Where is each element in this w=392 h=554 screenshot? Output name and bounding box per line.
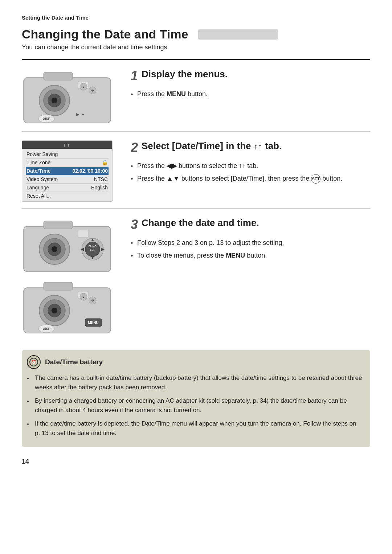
camera-illustration-2: FUNC SET ◀ ▶ ▲ ▼ <box>22 217 113 274</box>
title-decoration <box>198 29 278 40</box>
note-bullet-1: The camera has a built-in date/time batt… <box>27 373 362 392</box>
svg-text:DISP: DISP <box>42 327 50 331</box>
note-bullet-3: If the date/time battery is depleted, th… <box>27 419 362 438</box>
step-3-instruction-1: Follow Steps 2 and 3 on p. 13 to adjust … <box>131 238 370 248</box>
svg-text:MENU: MENU <box>88 321 98 325</box>
step-3-title: Change the date and time. <box>131 217 370 229</box>
clock-battery-icon: ⏰ <box>29 357 38 367</box>
svg-text:DISP: DISP <box>42 117 50 120</box>
svg-text:SET: SET <box>90 249 95 251</box>
title-text: Changing the Date and Time <box>22 27 188 41</box>
menu-screen-header: ↑↑ <box>22 141 112 149</box>
step-2-instruction-2: Press the ▲▼ buttons to select [Date/Tim… <box>131 174 370 184</box>
step-2-row: ↑↑ Power Saving Time Zone 🔒 Date/Time 02… <box>22 132 370 209</box>
step-2-content: 2 Select [Date/Time] in the ↑↑ tab. Pres… <box>127 140 370 186</box>
note-bullet-2: By inserting a charged battery or connec… <box>27 396 362 415</box>
svg-text:⚙: ⚙ <box>91 89 94 93</box>
step-3-instructions: Follow Steps 2 and 3 on p. 13 to adjust … <box>131 238 370 260</box>
svg-text:▶: ▶ <box>76 112 79 116</box>
steps-section: DISP ▲ ⚙ ▶ ● 1 Display the menus. Press … <box>22 60 370 341</box>
step-1-image-col: DISP ▲ ⚙ ▶ ● <box>22 69 127 125</box>
step-1-number: 1 <box>131 69 138 82</box>
step-3-row: FUNC SET ◀ ▶ ▲ ▼ DISP ▲ <box>22 209 370 341</box>
menu-item-date-time: Date/Time 02.02.'00 10:00 <box>26 167 109 175</box>
camera-illustration-3: DISP ▲ ⚙ MENU <box>22 279 113 335</box>
step-3-image-col: FUNC SET ◀ ▶ ▲ ▼ DISP ▲ <box>22 217 127 335</box>
menu-item-time-zone: Time Zone 🔒 <box>26 159 109 167</box>
svg-rect-31 <box>44 282 73 290</box>
svg-text:▲: ▲ <box>82 86 85 89</box>
menu-item-power-saving: Power Saving <box>26 150 109 159</box>
step-1-row: DISP ▲ ⚙ ▶ ● 1 Display the menus. Press … <box>22 60 370 132</box>
svg-text:⚙: ⚙ <box>91 299 94 303</box>
svg-text:●: ● <box>82 112 84 116</box>
page-title: Changing the Date and Time <box>22 27 370 41</box>
svg-text:▶: ▶ <box>101 246 105 252</box>
svg-point-35 <box>52 308 57 313</box>
page-number: 14 <box>22 458 370 465</box>
svg-point-20 <box>52 246 57 252</box>
subtitle: You can change the current date and time… <box>22 44 370 51</box>
svg-text:◀: ◀ <box>81 246 84 252</box>
svg-rect-16 <box>44 221 73 229</box>
menu-screen-body: Power Saving Time Zone 🔒 Date/Time 02.02… <box>22 149 112 201</box>
note-box: ⏰ Date/Time battery The camera has a bui… <box>22 350 370 447</box>
menu-item-video-system: Video System NTSC <box>26 175 109 184</box>
step-2-number: 2 <box>131 141 138 154</box>
svg-text:▲: ▲ <box>82 296 85 299</box>
step-2-title: Select [Date/Time] in the ↑↑ tab. <box>131 140 370 152</box>
step-2-instructions: Press the ◀▶ buttons to select the ↑↑ ta… <box>131 161 370 184</box>
step-1-instruction-1: Press the MENU button. <box>131 89 370 99</box>
svg-point-5 <box>52 98 57 103</box>
svg-rect-1 <box>44 72 73 80</box>
note-icon: ⏰ <box>27 355 41 369</box>
step-3-number: 3 <box>131 218 138 231</box>
note-title: Date/Time battery <box>45 358 103 366</box>
step-3-instruction-2: To close the menus, press the MENU butto… <box>131 251 370 260</box>
menu-item-language: Language English <box>26 184 109 192</box>
note-bullets: The camera has a built-in date/time batt… <box>27 373 362 438</box>
menu-item-reset-all: Reset All... <box>26 192 109 200</box>
step-1-title: Display the menus. <box>131 69 370 80</box>
note-header: ⏰ Date/Time battery <box>27 355 362 369</box>
step-2-image-col: ↑↑ Power Saving Time Zone 🔒 Date/Time 02… <box>22 140 127 202</box>
step-1-instructions: Press the MENU button. <box>131 89 370 99</box>
svg-text:⏰: ⏰ <box>31 360 36 365</box>
svg-rect-21 <box>78 230 88 237</box>
step-2-instruction-1: Press the ◀▶ buttons to select the ↑↑ ta… <box>131 161 370 171</box>
step-3-content: 3 Change the date and time. Follow Steps… <box>127 217 370 263</box>
svg-text:▼: ▼ <box>90 255 95 260</box>
camera-illustration-1: DISP ▲ ⚙ ▶ ● <box>22 69 113 125</box>
step-1-content: 1 Display the menus. Press the MENU butt… <box>127 69 370 102</box>
svg-text:▲: ▲ <box>90 237 95 242</box>
breadcrumb: Setting the Date and Time <box>22 15 370 21</box>
svg-text:FUNC: FUNC <box>89 245 97 248</box>
menu-screen: ↑↑ Power Saving Time Zone 🔒 Date/Time 02… <box>22 140 113 202</box>
